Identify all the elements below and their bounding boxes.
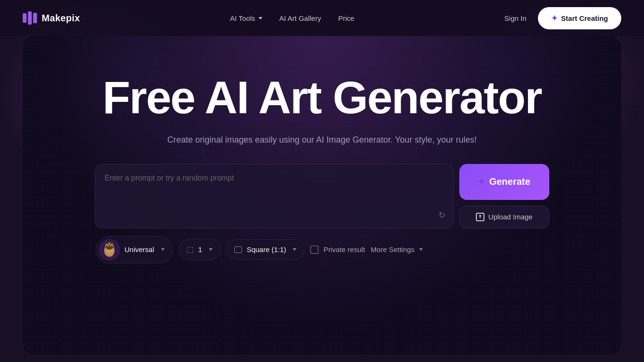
private-checkbox[interactable] [310, 245, 319, 254]
nav-link-ai-tools[interactable]: AI Tools [230, 14, 262, 22]
refresh-icon[interactable]: ↻ [438, 210, 446, 220]
generate-button[interactable]: ✦ Generate [459, 164, 549, 200]
nav-right: Sign In ✦ Start Creating [504, 7, 621, 29]
prompt-input[interactable] [95, 164, 453, 228]
ratio-selector[interactable]: Square (1:1) [226, 239, 304, 260]
model-name: Universal [125, 245, 154, 253]
logo-icon [23, 11, 37, 25]
options-row: Universal ⬚ 1 Square (1:1) Private resul… [95, 236, 549, 263]
count-chevron-icon [209, 248, 213, 251]
generate-sparkle-icon: ✦ [478, 177, 484, 186]
private-toggle[interactable]: Private result [310, 245, 365, 254]
hero-title: Free AI Art Generator [102, 74, 541, 122]
nav-links: AI Tools AI Art Gallery Price [230, 14, 355, 22]
ratio-value: Square (1:1) [247, 245, 286, 253]
count-selector[interactable]: ⬚ 1 [179, 239, 221, 260]
input-row: ↻ ✦ Generate Upload Image [95, 164, 549, 228]
action-buttons: ✦ Generate Upload Image [459, 164, 549, 228]
upload-icon [476, 213, 484, 221]
logo: Makepix [23, 11, 80, 25]
model-avatar [99, 239, 120, 260]
navbar: Makepix AI Tools AI Art Gallery Price Si… [0, 0, 644, 36]
logo-bar-2 [28, 11, 32, 25]
nav-link-gallery[interactable]: AI Art Gallery [279, 14, 321, 22]
nav-link-price[interactable]: Price [338, 14, 354, 22]
sparkle-icon: ✦ [551, 14, 557, 23]
more-settings-button[interactable]: More Settings [371, 245, 423, 253]
hero-subtitle: Create original images easily using our … [167, 135, 476, 145]
more-settings-chevron-icon [419, 248, 423, 251]
logo-bar-1 [23, 13, 27, 23]
count-icon: ⬚ [187, 245, 194, 254]
private-label: Private result [323, 245, 365, 253]
ratio-chevron-icon [293, 248, 296, 251]
generator-card: ↻ ✦ Generate Upload Image [95, 164, 549, 263]
model-chevron-icon [161, 248, 165, 251]
model-selector[interactable]: Universal [96, 236, 173, 263]
count-value: 1 [198, 245, 202, 253]
sign-in-button[interactable]: Sign In [504, 14, 527, 22]
start-creating-button[interactable]: ✦ Start Creating [538, 7, 621, 29]
ratio-icon [234, 246, 242, 253]
chevron-down-icon [259, 17, 262, 19]
logo-text: Makepix [42, 13, 80, 24]
hero-section: Free AI Art Generator Create original im… [23, 36, 621, 354]
prompt-wrapper: ↻ [95, 164, 454, 228]
upload-image-button[interactable]: Upload Image [459, 206, 549, 228]
logo-bar-3 [33, 13, 37, 23]
